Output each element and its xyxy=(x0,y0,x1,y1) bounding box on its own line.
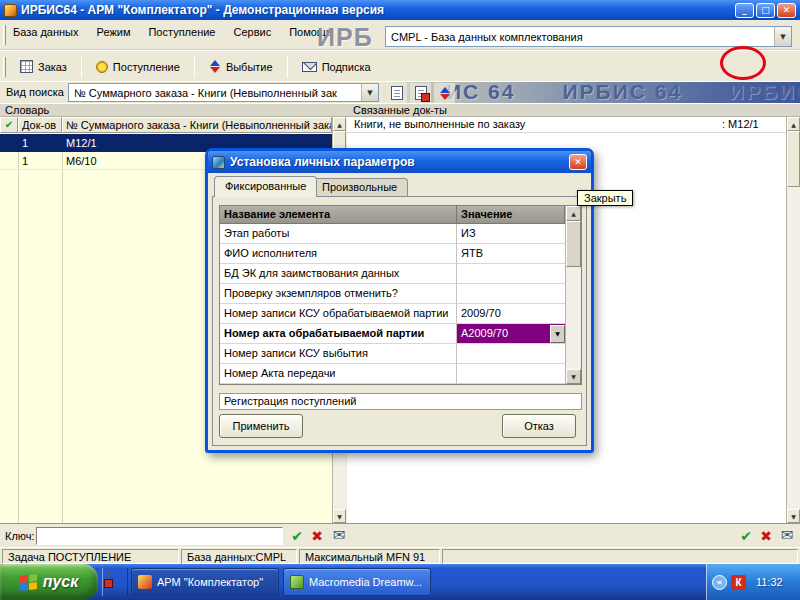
tab-fixed[interactable]: Фиксированные xyxy=(214,176,317,197)
confirm-icon[interactable]: ✔ xyxy=(288,526,306,545)
menu-receipt[interactable]: Поступление xyxy=(139,23,224,42)
separator xyxy=(81,56,82,78)
tray-antivirus-icon[interactable]: К xyxy=(731,575,746,590)
separator xyxy=(102,568,103,596)
mode-receipt-button[interactable]: Поступление xyxy=(86,55,190,78)
menu-service[interactable]: Сервис xyxy=(224,23,280,42)
scroll-down-icon[interactable]: ▼ xyxy=(566,369,581,384)
chevron-down-icon[interactable]: ▼ xyxy=(774,27,791,46)
toolbar-grip[interactable] xyxy=(3,57,6,77)
close-button[interactable]: ✕ xyxy=(777,3,796,18)
search-kind-value: № Суммарного заказа - Книги (Невыполненн… xyxy=(69,87,361,99)
params-grid: Название элемента Значение Этап работы И… xyxy=(219,205,582,385)
tooltip-close: Закрыть xyxy=(577,190,633,206)
scroll-thumb[interactable] xyxy=(566,221,581,267)
param-value[interactable] xyxy=(457,264,565,284)
start-button[interactable]: пуск xyxy=(0,564,98,600)
clear-doc-button[interactable] xyxy=(410,83,431,103)
param-value[interactable]: ИЗ xyxy=(457,224,565,244)
grid-row[interactable]: ФИО исполнителя ЯТВ xyxy=(220,244,581,264)
system-tray: « К 11:32 xyxy=(706,564,800,600)
app-icon xyxy=(4,4,17,17)
grid-row[interactable]: Номер Акта передачи xyxy=(220,364,581,384)
separator xyxy=(194,56,195,78)
menu-database[interactable]: База данных xyxy=(4,23,88,42)
mode-order-button[interactable]: Заказ xyxy=(10,55,77,78)
cancel-button[interactable]: Отказ xyxy=(502,414,576,438)
key-input[interactable] xyxy=(36,527,283,545)
taskbar-item-dreamweaver[interactable]: Macromedia Dreamw... xyxy=(283,568,431,596)
taskbar-item-label: Macromedia Dreamw... xyxy=(309,576,422,588)
watermark-irb: ИРБ xyxy=(317,23,373,52)
param-name: ФИО исполнителя xyxy=(220,244,457,264)
param-value[interactable] xyxy=(457,284,565,304)
param-value-selected[interactable]: А2009/70 ▼ xyxy=(457,324,565,344)
scroll-down-icon[interactable]: ▼ xyxy=(333,509,346,523)
param-value[interactable]: 2009/70 xyxy=(457,304,565,324)
param-name: Номер записи КСУ выбытия xyxy=(220,344,457,364)
scroll-up-icon[interactable]: ▲ xyxy=(333,117,346,131)
tray-chevron-icon[interactable]: « xyxy=(712,575,727,590)
grid-row[interactable]: Проверку экземпляров отменить? xyxy=(220,284,581,304)
search-kind-combobox[interactable]: № Суммарного заказа - Книги (Невыполненн… xyxy=(68,83,379,102)
window-titlebar[interactable]: ИРБИС64 - АРМ "Комплектатор" - Демонстра… xyxy=(0,0,800,20)
param-value[interactable] xyxy=(457,364,565,384)
grid-row-selected[interactable]: Номер акта обрабатываемой партии А2009/7… xyxy=(220,324,581,344)
grid-row[interactable]: Номер записи КСУ обрабатываемой партии 2… xyxy=(220,304,581,324)
new-doc-button[interactable] xyxy=(386,83,407,103)
grid-header: Название элемента Значение xyxy=(220,206,581,224)
mode-subscription-button[interactable]: Подписка xyxy=(292,55,381,78)
section-row: Регистрация поступлений xyxy=(219,393,582,410)
tab-arbitrary[interactable]: Произвольные xyxy=(311,178,408,197)
mode-withdrawal-button[interactable]: Выбытие xyxy=(199,55,283,78)
sort-button[interactable] xyxy=(434,83,455,103)
term-column-header[interactable]: № Суммарного заказа - Книги (Невыполненн… xyxy=(62,117,332,133)
param-name: Проверку экземпляров отменить? xyxy=(220,284,457,304)
separator xyxy=(127,568,128,596)
grid-row[interactable]: Этап работы ИЗ xyxy=(220,224,581,244)
dialog-close-button[interactable]: ✕ xyxy=(569,154,587,170)
tray-clock: 11:32 xyxy=(756,576,783,588)
scroll-up-icon[interactable]: ▲ xyxy=(566,206,581,221)
irbis-task-icon xyxy=(138,575,152,589)
status-database: База данных:CMPL xyxy=(181,549,297,564)
cancel-icon[interactable]: ✖ xyxy=(757,526,775,545)
scroll-down-icon[interactable]: ▼ xyxy=(787,509,800,523)
count-column-header[interactable]: Док-ов xyxy=(18,117,62,133)
grid-scrollbar[interactable]: ▲ ▼ xyxy=(565,206,581,384)
row-count: 1 xyxy=(22,134,28,152)
param-value[interactable] xyxy=(457,344,565,364)
grid-row[interactable]: Номер записи КСУ выбытия xyxy=(220,344,581,364)
watermark-irbis64: ИС 64 ИРБИС 64 ИРБИС 64 xyxy=(446,82,800,104)
taskbar-item-irbis[interactable]: АРМ "Комплектатор" xyxy=(131,568,279,596)
linked-docs-scrollbar[interactable]: ▲ ▼ xyxy=(786,117,800,523)
check-column-header[interactable]: ✔ xyxy=(0,117,18,133)
status-bar: Задача ПОСТУПЛЕНИЕ База данных:CMPL Макс… xyxy=(0,547,800,564)
linked-docs-panel-title: Связанные док-ты xyxy=(353,104,447,117)
maximize-button[interactable]: □ xyxy=(756,3,775,18)
status-max-mfn: Максимальный MFN 91 xyxy=(299,549,440,564)
confirm-icon[interactable]: ✔ xyxy=(737,526,755,545)
chevron-down-icon[interactable]: ▼ xyxy=(361,84,378,101)
apply-button[interactable]: Применить xyxy=(219,414,303,438)
linked-docs-row[interactable]: Книги, не выполненные по заказу : М12/1 xyxy=(347,117,786,133)
database-combobox[interactable]: CMPL - База данных комплектования ▼ xyxy=(385,26,792,47)
new-doc-icon xyxy=(391,86,403,100)
quicklaunch-icon[interactable] xyxy=(108,573,124,589)
minimize-button[interactable]: _ xyxy=(735,3,754,18)
column-divider xyxy=(62,117,63,523)
dialog-titlebar[interactable]: Установка личных параметров ✕ xyxy=(208,151,591,173)
taskbar: пуск АРМ "Комплектатор" Macromedia Dream… xyxy=(0,564,800,600)
send-icon[interactable]: ✉ xyxy=(330,526,348,545)
menu-mode[interactable]: Режим xyxy=(88,23,140,42)
send-icon[interactable]: ✉ xyxy=(778,526,796,545)
annotation-red-circle xyxy=(720,46,766,80)
dropdown-button[interactable]: ▼ xyxy=(550,325,565,343)
scroll-thumb[interactable] xyxy=(787,131,800,187)
order-icon xyxy=(20,60,33,73)
scroll-up-icon[interactable]: ▲ xyxy=(787,117,800,131)
grid-row[interactable]: БД ЭК для заимствования данных xyxy=(220,264,581,284)
cancel-icon[interactable]: ✖ xyxy=(308,526,326,545)
param-value[interactable]: ЯТВ xyxy=(457,244,565,264)
menu-items: База данных Режим Поступление Сервис Пом… xyxy=(4,23,341,42)
